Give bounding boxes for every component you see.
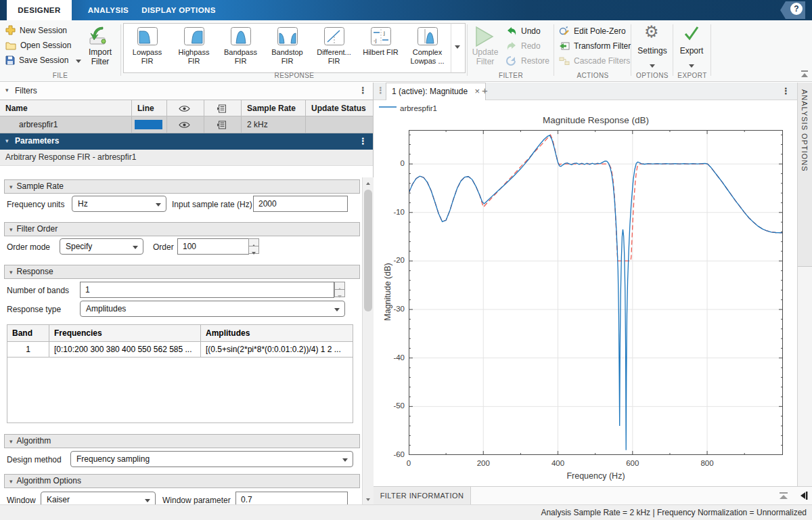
filters-menu-kebab-icon[interactable]: ⋮ [359,85,367,95]
filter-row-name[interactable]: arbrespfir1 [0,116,132,133]
lowpass-fir-icon [137,27,158,48]
section-header-algorithm[interactable]: ▾Algorithm [4,434,360,448]
export-button[interactable] [683,26,700,43]
display-tab-magnitude[interactable]: 1 (active): Magnitude × [386,83,486,100]
gallery-item-highpass[interactable]: HighpassFIR [171,24,217,72]
col-header-sample-rate[interactable]: Sample Rate [242,100,306,116]
plot-axes[interactable] [409,130,783,455]
settings-button[interactable]: Settings [632,46,673,56]
chevron-down-icon [145,499,150,502]
open-session-button[interactable]: Open Session [5,39,71,53]
scroll-up-icon[interactable] [363,177,374,188]
tab-display-options[interactable]: DISPLAY OPTIONS [139,0,218,20]
response-gallery-expand-button[interactable] [451,23,466,73]
parameters-scrollbar[interactable] [362,177,374,504]
scroll-down-icon[interactable] [363,494,374,504]
undo-button[interactable]: Undo [506,24,541,38]
response-type-dropdown[interactable]: Amplitudes [80,301,345,317]
eye-icon[interactable] [179,121,190,129]
section-label-response: RESPONSE [122,72,467,80]
bands-spinner[interactable] [334,282,345,298]
import-filter-button[interactable] [87,26,108,49]
band-cell[interactable]: 1 [7,342,49,358]
order-mode-dropdown[interactable]: Specify [60,238,143,255]
gallery-item-hilbert-fir[interactable]: j-jHilbert FIR [357,24,404,72]
settings-dropdown-icon[interactable] [650,58,655,70]
panel-grip-icon[interactable]: ⋮ [376,85,385,95]
import-filter-label[interactable]: ImportFilter [80,47,120,66]
gallery-item-different-[interactable]: Different...FIR [311,24,357,72]
analysis-options-vertical-tab[interactable]: ANALYSIS OPTIONS [798,83,812,267]
col-header-line[interactable]: Line [132,100,167,116]
collapse-triangle-icon[interactable]: ▾ [5,87,9,93]
gallery-item-bandpass[interactable]: BandpassFIR [217,24,264,72]
parameters-panel-header[interactable]: ▾ Parameters ⋮ [0,133,373,150]
save-session-button[interactable]: Save Session [5,54,81,68]
redo-icon [506,41,517,51]
design-method-dropdown[interactable]: Frequency sampling [70,451,353,467]
update-filter-label[interactable]: UpdateFilter [466,47,505,66]
section-header-filter-order[interactable]: ▾Filter Order [4,222,360,236]
section-header-algorithm-options[interactable]: ▾Algorithm Options [4,474,360,488]
update-filter-icon [474,26,497,47]
col-header-update-status[interactable]: Update Status [306,100,373,116]
series-designed [409,135,783,450]
filter-row-update-status[interactable] [306,116,373,133]
settings-gear-icon[interactable]: ⚙ [644,23,660,41]
design-method-label: Design method [7,455,62,464]
frequency-units-dropdown[interactable]: Hz [72,196,166,212]
band-table[interactable]: BandFrequenciesAmplitudes1[0:10:200 300 … [7,324,353,423]
input-sample-rate-field[interactable]: 2000 [253,196,348,212]
new-display-tab-button[interactable]: + [482,85,488,96]
chevron-down-icon [133,246,138,249]
help-icon[interactable]: ? [790,3,803,15]
col-header-name[interactable]: Name [0,100,132,116]
restore-button[interactable]: Restore [506,54,549,68]
restore-pane-icon[interactable] [778,492,789,500]
collapse-triangle-icon[interactable]: ▾ [5,137,9,144]
gallery-item-complex[interactable]: ComplexLowpas ... [404,24,451,72]
gallery-item-bandstop[interactable]: BandstopFIR [264,24,311,72]
scrollbar-thumb[interactable] [364,190,372,311]
export-dropdown-icon[interactable] [689,58,694,70]
section-header-sample-rate[interactable]: ▾Sample Rate [4,179,360,194]
order-field[interactable]: 100 [177,238,249,255]
line-color-swatch[interactable] [135,120,162,129]
filter-row-visibility[interactable] [167,116,204,133]
update-filter-button[interactable] [474,26,497,50]
section-header-response[interactable]: ▾Response [4,265,360,279]
col-header-info[interactable] [204,100,242,116]
tab-analysis[interactable]: ANALYSIS [80,0,137,20]
band-col-header-frequencies[interactable]: Frequencies [49,325,201,342]
new-session-button[interactable]: New Session [5,24,67,38]
spinner-down-icon[interactable] [334,289,345,297]
plot-legend[interactable]: arbrespfir1 [379,104,437,112]
export-label[interactable]: Export [673,46,710,56]
transform-filter-button[interactable]: Transform Filter [559,39,631,53]
order-spinner[interactable] [248,238,259,255]
spinner-down-icon[interactable] [248,246,259,254]
close-icon[interactable]: × [474,86,480,96]
gallery-item-lowpass[interactable]: LowpassFIR [124,24,171,72]
col-header-visibility[interactable] [167,100,204,116]
filter-row-line[interactable] [132,116,167,133]
filter-row-sample-rate[interactable]: 2 kHz [242,116,306,133]
filter-information-tab[interactable]: FILTER INFORMATION [374,487,471,505]
edit-pole-zero-button[interactable]: Edit Pole-Zero [559,24,626,38]
number-of-bands-field[interactable]: 1 [80,282,334,298]
filter-row-info[interactable] [204,116,242,133]
dock-left-icon[interactable] [799,491,808,500]
collapse-ribbon-icon[interactable] [800,70,809,79]
redo-button[interactable]: Redo [506,39,541,53]
band-cell[interactable]: [(0.5+sin(2*pi*8*(0:0.01:0.2))/4) 1 2 ..… [201,342,353,358]
filters-panel-header[interactable]: ▾ Filters ⋮ [0,83,373,100]
band-col-header-amplitudes[interactable]: Amplitudes [201,325,353,342]
band-col-header-band[interactable]: Band [7,325,49,342]
display-menu-kebab-icon[interactable]: ⋮ [782,86,790,96]
tab-designer[interactable]: DESIGNER [7,0,72,20]
cascade-filters-button[interactable]: Cascade Filters [559,54,630,68]
magnitude-response-plot[interactable]: arbrespfir1 Magnitude Response (dB) Freq… [374,100,797,486]
band-cell[interactable]: [0:10:200 300 380 400 550 562 585 ... [49,342,201,358]
filter-info-icon[interactable] [217,121,227,129]
parameters-menu-kebab-icon[interactable]: ⋮ [359,136,367,146]
